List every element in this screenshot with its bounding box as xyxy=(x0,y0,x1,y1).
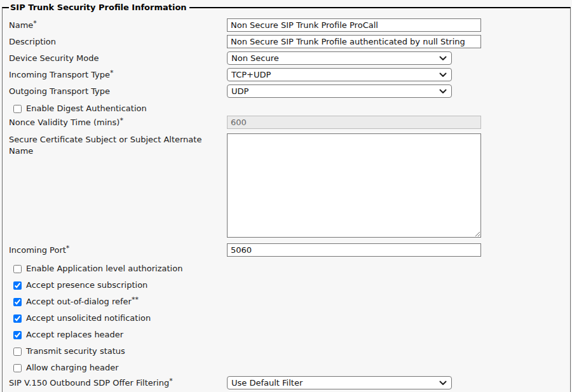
allow-charging-header-row: Allow charging header xyxy=(13,363,564,372)
device-security-mode-value: Non Secure xyxy=(231,53,279,63)
name-input[interactable] xyxy=(227,18,481,32)
required-asterisk: * xyxy=(119,116,123,125)
required-asterisk: * xyxy=(110,69,114,77)
description-label: Description xyxy=(9,36,227,48)
transmit-security-status-row: Transmit security status xyxy=(13,347,564,356)
chevron-down-icon xyxy=(439,72,447,78)
accept-unsolicited-notification-row: Accept unsolicited notification xyxy=(13,314,564,323)
accept-unsolicited-notification-checkbox[interactable] xyxy=(13,314,22,323)
chevron-down-icon xyxy=(439,89,447,94)
accept-replaces-header-checkbox[interactable] xyxy=(13,331,22,339)
incoming-transport-type-value: TCP+UDP xyxy=(231,70,271,79)
allow-charging-header-checkbox[interactable] xyxy=(13,364,22,372)
accept-replaces-header-label: Accept replaces header xyxy=(26,330,123,339)
accept-out-of-dialog-refer-row: Accept out-of-dialog refer** xyxy=(13,297,564,306)
incoming-port-row: Incoming Port* xyxy=(9,243,564,257)
incoming-transport-type-select[interactable]: TCP+UDP xyxy=(227,68,452,81)
section-legend: SIP Trunk Security Profile Information xyxy=(9,3,189,12)
outgoing-transport-type-label: Outgoing Transport Type xyxy=(9,85,227,97)
description-row: Description xyxy=(9,35,564,48)
device-security-mode-select[interactable]: Non Secure xyxy=(227,51,452,65)
enable-application-level-authorization-label: Enable Application level authorization xyxy=(26,264,182,273)
accept-presence-subscription-row: Accept presence subscription xyxy=(13,281,564,290)
device-security-mode-label: Device Security Mode xyxy=(9,52,227,64)
chevron-down-icon xyxy=(439,56,447,61)
outgoing-transport-type-row: Outgoing Transport Type UDP xyxy=(9,84,564,98)
transmit-security-status-checkbox[interactable] xyxy=(13,348,22,356)
enable-application-level-authorization-checkbox[interactable] xyxy=(13,265,22,273)
sip-v150-outbound-sdp-offer-filtering-row: SIP V.150 Outbound SDP Offer Filtering* … xyxy=(9,376,564,389)
nonce-validity-time-label: Nonce Validity Time (mins)* xyxy=(9,116,227,128)
accept-unsolicited-notification-label: Accept unsolicited notification xyxy=(26,314,151,323)
enable-digest-authentication-row: Enable Digest Authentication xyxy=(13,104,564,113)
chevron-down-icon xyxy=(439,381,447,386)
outgoing-transport-type-select[interactable]: UDP xyxy=(227,84,452,98)
nonce-validity-time-input xyxy=(227,116,481,129)
enable-digest-authentication-label: Enable Digest Authentication xyxy=(26,104,147,113)
accept-presence-subscription-checkbox[interactable] xyxy=(13,281,22,290)
secure-certificate-subject-textarea[interactable] xyxy=(227,133,481,238)
required-asterisk: * xyxy=(33,19,37,27)
name-row: Name* xyxy=(9,18,564,32)
accept-replaces-header-row: Accept replaces header xyxy=(13,330,564,339)
required-asterisk: * xyxy=(66,244,70,252)
sip-v150-outbound-sdp-offer-filtering-select[interactable]: Use Default Filter xyxy=(227,376,452,389)
transmit-security-status-label: Transmit security status xyxy=(26,347,125,356)
sip-v150-outbound-sdp-offer-filtering-value: Use Default Filter xyxy=(231,378,303,388)
accept-out-of-dialog-refer-checkbox[interactable] xyxy=(13,298,22,306)
incoming-port-label: Incoming Port* xyxy=(9,244,227,256)
required-asterisk: * xyxy=(169,377,173,385)
enable-digest-authentication-checkbox[interactable] xyxy=(13,105,22,113)
sip-v150-outbound-sdp-offer-filtering-label: SIP V.150 Outbound SDP Offer Filtering* xyxy=(9,377,227,389)
name-label: Name* xyxy=(9,19,227,31)
accept-out-of-dialog-refer-label: Accept out-of-dialog refer** xyxy=(26,297,139,306)
secure-certificate-subject-row: Secure Certificate Subject or Subject Al… xyxy=(9,133,564,238)
required-asterisk: ** xyxy=(132,295,139,304)
outgoing-transport-type-value: UDP xyxy=(231,86,249,96)
enable-application-level-authorization-row: Enable Application level authorization xyxy=(13,264,564,273)
nonce-validity-time-row: Nonce Validity Time (mins)* xyxy=(9,116,564,129)
accept-presence-subscription-label: Accept presence subscription xyxy=(26,281,147,290)
allow-charging-header-label: Allow charging header xyxy=(26,363,119,372)
secure-certificate-subject-label: Secure Certificate Subject or Subject Al… xyxy=(9,133,227,157)
sip-trunk-security-profile-section: SIP Trunk Security Profile Information N… xyxy=(2,3,571,392)
description-input[interactable] xyxy=(227,35,481,48)
device-security-mode-row: Device Security Mode Non Secure xyxy=(9,51,564,65)
incoming-port-input[interactable] xyxy=(227,243,481,257)
incoming-transport-type-row: Incoming Transport Type* TCP+UDP xyxy=(9,68,564,81)
incoming-transport-type-label: Incoming Transport Type* xyxy=(9,69,227,81)
